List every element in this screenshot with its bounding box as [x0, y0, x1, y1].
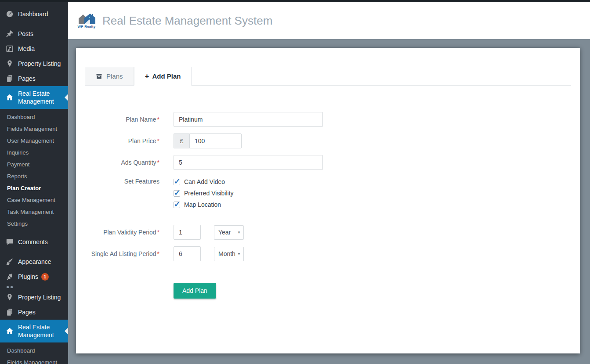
submenu-item-fields-management[interactable]: Fields Management: [0, 123, 68, 135]
features-list: Can Add Video Preferred Visibility Map L…: [174, 178, 234, 213]
submenu-item-payment[interactable]: Payment: [0, 159, 68, 171]
sidebar-item-label: Pages: [18, 308, 36, 316]
wp-realty-logo: WP Realty: [76, 13, 98, 29]
sidebar-item-dashboard[interactable]: Dashboard: [0, 7, 68, 22]
home-icon: [6, 327, 14, 335]
plan-validity-unit-select[interactable]: Year ▼: [214, 225, 244, 240]
plugin-icon: [6, 273, 14, 281]
media-icon: [6, 45, 14, 53]
tab-bar: Plans + Add Plan: [85, 67, 571, 86]
location-pin-icon: [6, 60, 14, 68]
sidebar-submenu: Dashboard Fields Management User Managem…: [0, 109, 68, 234]
sidebar-separator: [0, 22, 68, 26]
plan-name-label: Plan Name*: [85, 116, 159, 123]
home-icon: [6, 94, 14, 101]
admin-top-bar: [0, 0, 590, 2]
sidebar-item-label: Dashboard: [18, 10, 48, 18]
sidebar-item-label: Real Estate Management: [18, 323, 65, 339]
submenu-item-plan-creator[interactable]: Plan Creator: [0, 183, 68, 195]
currency-addon: £: [174, 133, 189, 148]
page-header: WP Realty Real Estate Management System: [68, 2, 590, 39]
plan-price-row: Plan Price* £: [85, 133, 580, 148]
sidebar-item-posts[interactable]: Posts: [0, 26, 68, 41]
sidebar-item-label: Pages: [18, 75, 36, 83]
sidebar-item-label: Plugins: [18, 273, 38, 281]
plan-validity-input[interactable]: [174, 225, 201, 240]
plus-icon: +: [145, 73, 149, 79]
single-ad-listing-label: Single Ad Listing Period*: [85, 250, 159, 258]
tab-plans-label: Plans: [106, 72, 123, 80]
comment-bubble-icon: [6, 238, 14, 246]
sidebar-item-real-estate-management[interactable]: Real Estate Management: [0, 86, 68, 109]
pages-icon: [6, 75, 14, 83]
plan-validity-label: Plan Validity Period*: [85, 229, 159, 236]
required-asterisk: *: [157, 229, 159, 236]
submenu-item-settings[interactable]: Settings: [0, 218, 68, 230]
submenu-item-reports[interactable]: Reports: [0, 171, 68, 183]
feature-label: Preferred Visibility: [184, 190, 234, 197]
feature-preferred-visibility: Preferred Visibility: [174, 190, 234, 197]
archive-box-icon: [96, 73, 102, 79]
sidebar-item-media[interactable]: Media: [0, 41, 68, 56]
feature-can-add-video: Can Add Video: [174, 178, 234, 185]
admin-sidebar: Dashboard Posts Media Property Listing P…: [0, 0, 68, 364]
logo-houses-icon: [77, 13, 96, 25]
submenu-item-dashboard[interactable]: Dashboard: [0, 112, 68, 123]
sidebar-item-plugins[interactable]: Plugins 1: [0, 269, 68, 284]
add-plan-button[interactable]: Add Plan: [174, 283, 216, 299]
submenu2-item-dashboard[interactable]: Dashboard: [0, 345, 68, 357]
caret-down-icon: ▼: [237, 231, 241, 234]
logo-text: WP Realty: [78, 25, 96, 29]
page-title: Real Estate Management System: [102, 14, 272, 28]
collapsed-menu-dots: [0, 284, 68, 290]
price-input-group: £: [174, 133, 242, 148]
paint-brush-icon: [6, 258, 14, 266]
content-background: Plans + Add Plan Plan Name* Plan Price*: [68, 39, 590, 364]
required-asterisk: *: [157, 159, 159, 166]
plugins-update-badge: 1: [41, 273, 49, 281]
sidebar-item-appearance[interactable]: Appearance: [0, 254, 68, 269]
tab-plans[interactable]: Plans: [85, 67, 134, 86]
required-asterisk: *: [157, 250, 159, 257]
sidebar-item-label: Real Estate Management: [18, 90, 65, 105]
set-features-row: Set Features Can Add Video Preferred Vis…: [85, 178, 580, 213]
checkbox-preferred-visibility[interactable]: [174, 190, 180, 197]
checkbox-map-location[interactable]: [174, 202, 180, 208]
submenu-item-task-management[interactable]: Task Management: [0, 206, 68, 218]
plan-price-input[interactable]: [189, 133, 242, 148]
submenu-item-user-management[interactable]: User Management: [0, 135, 68, 147]
tab-add-plan[interactable]: + Add Plan: [134, 67, 192, 86]
sidebar-submenu-2: Dashboard Fields Management: [0, 342, 68, 364]
sidebar-item-pages[interactable]: Pages: [0, 71, 68, 86]
plan-name-input[interactable]: [174, 112, 323, 127]
set-features-label: Set Features: [85, 178, 159, 185]
feature-map-location: Map Location: [174, 201, 234, 208]
sidebar-item-property-listing-2[interactable]: Property Listing: [0, 290, 68, 305]
submenu-item-inquiries[interactable]: Inquiries: [0, 147, 68, 159]
dashboard-gauge-icon: [6, 10, 14, 18]
sidebar-separator: [0, 249, 68, 254]
selected-unit: Year: [218, 229, 231, 236]
sidebar-item-real-estate-management-2[interactable]: Real Estate Management: [0, 320, 68, 342]
sidebar-item-pages-2[interactable]: Pages: [0, 305, 68, 320]
sidebar-item-label: Appearance: [18, 258, 51, 266]
sidebar-item-property-listing[interactable]: Property Listing: [0, 56, 68, 71]
submenu2-item-fields-management[interactable]: Fields Management: [0, 357, 68, 364]
single-ad-listing-input[interactable]: [174, 246, 201, 261]
ads-quantity-row: Ads Quantity*: [85, 155, 580, 170]
checkbox-can-add-video[interactable]: [174, 179, 180, 185]
ads-quantity-input[interactable]: [174, 155, 323, 170]
plan-name-row: Plan Name*: [85, 112, 580, 127]
single-ad-listing-row: Single Ad Listing Period* Month ▼: [85, 246, 580, 261]
feature-label: Map Location: [184, 201, 221, 208]
pages-icon: [6, 308, 14, 316]
location-pin-icon: [6, 293, 14, 301]
submenu-item-case-management[interactable]: Case Management: [0, 195, 68, 206]
plan-creator-card: Plans + Add Plan Plan Name* Plan Price*: [76, 48, 580, 353]
pushpin-icon: [6, 30, 14, 38]
sidebar-item-label: Posts: [18, 30, 33, 38]
single-ad-listing-unit-select[interactable]: Month ▼: [214, 247, 244, 261]
feature-label: Can Add Video: [184, 178, 225, 185]
ads-quantity-label: Ads Quantity*: [85, 159, 159, 166]
sidebar-item-comments[interactable]: Comments: [0, 234, 68, 249]
